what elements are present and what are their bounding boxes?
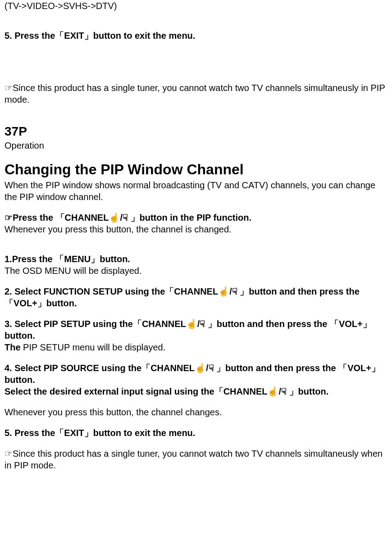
heading: Changing the PIP Window Channel — [5, 160, 387, 179]
spacer — [5, 353, 387, 362]
down-hand-icon: ☟ — [232, 286, 237, 296]
text-fragment: Select the desired external input signal… — [5, 386, 267, 396]
spacer — [5, 418, 387, 427]
up-hand-icon: ☝ — [218, 286, 229, 296]
spacer — [5, 12, 387, 30]
step-text: 1.Press the 「MENU」button. — [5, 253, 387, 265]
step-text: Select the desired external input signal… — [5, 386, 387, 397]
body-text: When the PIP window shows normal broadca… — [5, 179, 387, 203]
up-hand-icon: ☝ — [109, 213, 120, 223]
text-line: (TV->VIDEO->SVHS->DTV) — [5, 0, 387, 12]
step-text: ☞Press the 「CHANNEL☝/☟ 」button in the PI… — [5, 212, 387, 223]
spacer — [5, 277, 387, 286]
text-fragment: 」button in the PIP function. — [128, 213, 251, 223]
body-text: Whenever you press this button, the chan… — [5, 223, 387, 235]
body-text: Whenever you press this button, the chan… — [5, 406, 387, 418]
text-fragment: ☞Press the 「CHANNEL — [5, 213, 109, 223]
spacer — [5, 439, 387, 448]
down-hand-icon: ☟ — [123, 213, 128, 223]
step-text: 3. Select PIP SETUP using the「CHANNEL☝/☟… — [5, 318, 387, 341]
text-fragment: 4. Select PIP SOURCE using the「CHANNEL — [5, 363, 195, 373]
down-hand-icon: ☟ — [200, 319, 205, 329]
spacer — [5, 235, 387, 253]
step-text: 2. Select FUNCTION SETUP using the「CHANN… — [5, 286, 387, 309]
step-text: 4. Select PIP SOURCE using the「CHANNEL☝/… — [5, 362, 387, 386]
note-text: ☞Since this product has a single tuner, … — [5, 448, 387, 471]
text-fragment: 」button. — [287, 386, 328, 396]
up-hand-icon: ☝ — [186, 319, 197, 329]
up-hand-icon: ☝ — [267, 386, 278, 396]
step-text: 5. Press the「EXIT」button to exit the men… — [5, 427, 387, 439]
text-fragment: The — [5, 342, 21, 352]
note-text: ☞Since this product has a single tuner, … — [5, 82, 387, 105]
down-hand-icon: ☟ — [209, 363, 214, 373]
text-fragment: 3. Select PIP SETUP using the「CHANNEL — [5, 319, 186, 329]
spacer — [5, 41, 387, 82]
down-hand-icon: ☟ — [281, 386, 287, 396]
spacer — [5, 309, 387, 318]
text-fragment: PIP SETUP menu will be displayed. — [21, 342, 166, 352]
spacer — [5, 151, 387, 160]
document-page: (TV->VIDEO->SVHS->DTV) 5. Press the「EXIT… — [0, 0, 392, 489]
body-text: The OSD MENU will be displayed. — [5, 265, 387, 277]
spacer — [5, 203, 387, 212]
page-number: 37P — [5, 123, 387, 140]
section-label: Operation — [5, 140, 387, 151]
step-text: 5. Press the「EXIT」button to exit the men… — [5, 30, 387, 41]
text-fragment: 2. Select FUNCTION SETUP using the「CHANN… — [5, 286, 218, 296]
spacer — [5, 105, 387, 123]
body-text: The PIP SETUP menu will be displayed. — [5, 341, 387, 353]
up-hand-icon: ☝ — [195, 363, 206, 373]
spacer — [5, 397, 387, 406]
